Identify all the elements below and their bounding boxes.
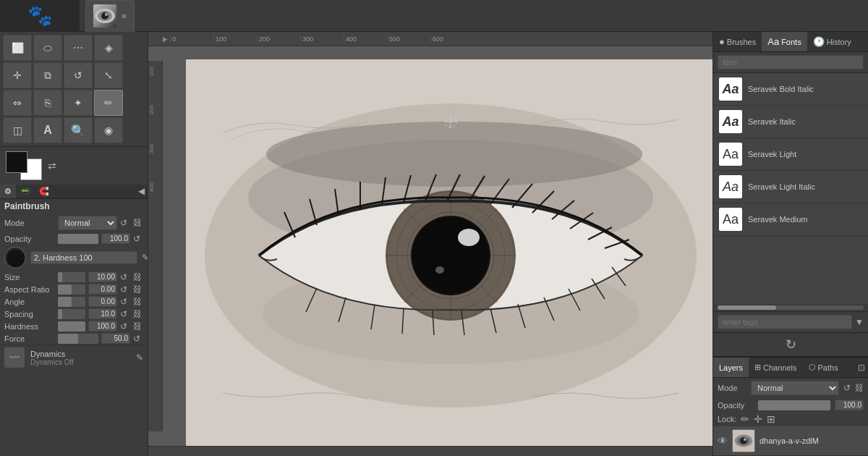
hardness-value[interactable] <box>88 321 117 332</box>
font-item-seravek-italic[interactable]: Aa Seravek Italic <box>713 106 868 138</box>
bucket-tool[interactable]: ◉ <box>94 117 123 143</box>
rect-select-tool[interactable]: ⬜ <box>3 35 32 61</box>
text-tool[interactable]: A <box>33 117 62 143</box>
hardness-reset-icon[interactable]: ↺ <box>120 321 130 332</box>
angle-slider[interactable] <box>58 297 85 307</box>
opacity-reset-icon[interactable]: ↺ <box>133 234 143 244</box>
crop-tool[interactable]: ⧉ <box>33 62 62 88</box>
layers-mode-reset-icon[interactable]: ↺ <box>843 383 851 393</box>
angle-reset-icon[interactable]: ↺ <box>120 297 130 307</box>
color-swatches[interactable] <box>6 151 42 180</box>
brush-name-input[interactable] <box>30 251 137 264</box>
heal-tool[interactable]: ✦ <box>64 90 93 116</box>
scale-tool[interactable]: ⤡ <box>94 62 123 88</box>
layer-visibility-icon[interactable]: 👁 <box>718 435 728 447</box>
font-item-seravek-bold-italic[interactable]: Aa Seravek Bold Italic <box>713 73 868 106</box>
layers-mode-label: Mode <box>718 384 746 392</box>
move-tool[interactable]: ✛ <box>3 62 32 88</box>
font-item-seravek-light-italic[interactable]: Aa Seravek Light Italic <box>713 171 868 203</box>
canvas-wrapper[interactable] <box>164 52 712 446</box>
lock-position-icon[interactable]: ✛ <box>754 413 762 425</box>
font-item-seravek-medium[interactable]: Aa Seravek Medium <box>713 203 868 236</box>
spacing-row: Spacing ↺ ⛓ <box>0 308 148 320</box>
brushes-tab[interactable]: ● Brushes <box>713 32 762 51</box>
tool-options-tab-active[interactable]: ⚙ <box>0 185 16 198</box>
aspect-ratio-value[interactable] <box>88 284 117 295</box>
opacity-slider[interactable] <box>58 234 98 244</box>
swap-colors-icon[interactable]: ⇄ <box>48 160 56 172</box>
lock-alpha-icon[interactable]: ⊞ <box>767 413 775 425</box>
size-chain-icon[interactable]: ⛓ <box>133 272 143 282</box>
spacing-value[interactable] <box>88 308 117 319</box>
canvas-image[interactable] <box>187 60 712 446</box>
device-status-tab[interactable]: 📟 <box>16 185 35 198</box>
horizontal-scrollbar[interactable] <box>148 446 712 456</box>
angle-chain-icon[interactable]: ⛓ <box>133 297 143 307</box>
collapse-panel-icon[interactable]: ◀ <box>138 186 145 196</box>
spacing-reset-icon[interactable]: ↺ <box>120 309 130 319</box>
paths-tab[interactable]: ⬡ Paths <box>803 358 844 377</box>
layers-mode-chain-icon[interactable]: ⛓ <box>855 383 864 393</box>
fuzzy-select-tool[interactable]: ◈ <box>94 35 123 61</box>
fonts-icon: Aa <box>767 36 779 47</box>
aspect-ratio-chain-icon[interactable]: ⛓ <box>133 284 143 295</box>
dynamics-edit-icon[interactable]: ✎ <box>136 352 143 363</box>
angle-value[interactable] <box>88 296 117 307</box>
layer-item[interactable]: 👁 dhanya-a-v-zdlM <box>713 426 868 456</box>
layers-panel-collapse[interactable]: ⊡ <box>855 361 868 374</box>
layers-tab[interactable]: Layers <box>713 358 749 377</box>
clone-tool[interactable]: ⎘ <box>33 90 62 116</box>
spacing-slider[interactable] <box>58 309 85 319</box>
free-select-tool[interactable]: ⋯ <box>64 35 93 61</box>
zoom-tool[interactable]: 🔍 <box>64 117 93 143</box>
tool-option-tabs: ⚙ 📟 🧲 ◀ <box>0 185 148 199</box>
refresh-button[interactable]: ↻ <box>786 337 796 352</box>
font-filter-input[interactable] <box>718 55 864 69</box>
flip-tool[interactable]: ⇔ <box>3 90 32 116</box>
channels-tab[interactable]: ⊞ Channels <box>749 358 802 377</box>
font-name-seravek-bold-italic: Seravek Bold Italic <box>748 85 814 93</box>
rotate-tool[interactable]: ↺ <box>64 62 93 88</box>
tags-input[interactable] <box>718 315 852 329</box>
document-tab[interactable]: ✕ <box>85 0 135 32</box>
ellipse-select-tool[interactable]: ⬭ <box>33 35 62 61</box>
tags-dropdown-icon[interactable]: ▼ <box>855 317 864 327</box>
size-slider[interactable] <box>58 272 85 282</box>
eraser-tool[interactable]: ◫ <box>3 117 32 143</box>
layers-opacity-label: Opacity <box>718 401 754 410</box>
layers-opacity-slider[interactable] <box>758 400 830 410</box>
hardness-chain-icon[interactable]: ⛓ <box>133 321 143 332</box>
size-reset-icon[interactable]: ↺ <box>120 272 130 282</box>
brush-edit-icon[interactable]: ✎ <box>142 253 148 263</box>
fonts-tab[interactable]: Aa Fonts <box>762 32 807 51</box>
aspect-ratio-reset-icon[interactable]: ↺ <box>120 284 130 295</box>
opacity-value[interactable] <box>101 233 130 244</box>
font-item-seravek-light[interactable]: Aa Seravek Light <box>713 138 868 171</box>
size-value[interactable] <box>88 271 117 282</box>
mode-select[interactable]: Normal <box>58 216 117 230</box>
canvas-scroll-area[interactable]: 100 200 300 400 <box>148 46 712 446</box>
force-value[interactable] <box>101 333 130 344</box>
foreground-color-swatch[interactable] <box>6 151 27 173</box>
dynamics-icon[interactable]: 〰 <box>4 347 25 368</box>
aspect-ratio-slider[interactable] <box>58 284 85 295</box>
layers-panel: Layers ⊞ Channels ⬡ Paths ⊡ Mode Normal … <box>713 356 868 456</box>
history-tab[interactable]: 🕐 History <box>807 32 857 51</box>
font-scrollbar[interactable] <box>718 305 864 310</box>
mode-chain-icon[interactable]: ⛓ <box>133 218 143 228</box>
canvas-container[interactable] <box>186 59 712 446</box>
right-panel: ● Brushes Aa Fonts 🕐 History Aa Seravek … <box>712 32 868 456</box>
lock-pixels-icon[interactable]: ✏ <box>741 413 749 425</box>
mode-label: Mode <box>4 219 55 227</box>
snap-options-tab[interactable]: 🧲 <box>35 185 54 198</box>
paintbrush-tool[interactable]: ✏ <box>94 90 123 116</box>
layers-opacity-value[interactable] <box>835 400 864 410</box>
brush-preview[interactable] <box>4 247 26 269</box>
spacing-chain-icon[interactable]: ⛓ <box>133 309 143 319</box>
hardness-slider[interactable] <box>58 321 85 332</box>
force-slider[interactable] <box>58 334 98 344</box>
layers-mode-select[interactable]: Normal <box>751 381 839 395</box>
force-reset-icon[interactable]: ↺ <box>133 334 143 344</box>
mode-reset-icon[interactable]: ↺ <box>120 218 130 228</box>
tab-close-button[interactable]: ✕ <box>121 12 127 20</box>
